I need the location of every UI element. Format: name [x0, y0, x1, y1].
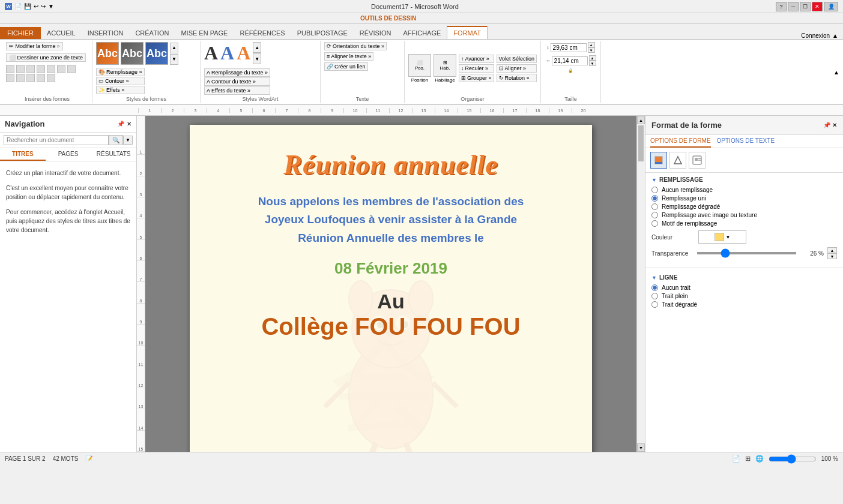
nav-pin-btn[interactable]: 📌: [117, 121, 124, 127]
aligner-btn[interactable]: ⊡ Aligner »: [497, 64, 537, 73]
position-btn[interactable]: ⬜Pos.: [408, 54, 431, 77]
effets-texte-btn[interactable]: A Effets du texte »: [204, 86, 270, 95]
tab-mep[interactable]: MISE EN PAGE: [175, 27, 234, 39]
nav-search-input[interactable]: [4, 135, 109, 145]
option-trait-plein[interactable]: Trait plein: [651, 293, 837, 299]
shape-tool-7[interactable]: [67, 65, 76, 73]
shape-tool-1[interactable]: [6, 65, 14, 73]
width-down[interactable]: ▼: [589, 61, 596, 66]
option-aucun-remplissage[interactable]: Aucun remplissage: [651, 187, 837, 193]
shape-tool-9[interactable]: [16, 74, 25, 82]
tab-fichier[interactable]: FICHIER: [0, 27, 41, 39]
habillage-btn[interactable]: ⊞Hab.: [434, 54, 456, 77]
dessiner-zone-btn[interactable]: ⬜ Dessiner une zone de texte: [6, 53, 86, 62]
tab-refs[interactable]: RÉFÉRENCES: [234, 27, 291, 39]
nav-tab-resultats[interactable]: RÉSULTATS: [91, 148, 136, 161]
scroll-down-btn[interactable]: ▼: [637, 443, 645, 452]
styles-formes-down[interactable]: ▼: [170, 54, 178, 65]
option-remplissage-uni[interactable]: Remplissage uni: [651, 195, 837, 202]
shape-tool-3[interactable]: [26, 65, 35, 73]
radio-image[interactable]: [651, 212, 658, 218]
shape-tool-2[interactable]: [16, 65, 25, 73]
radio-uni[interactable]: [651, 195, 658, 202]
tab-affichage[interactable]: AFFICHAGE: [397, 27, 447, 39]
shape-tool-6[interactable]: [57, 65, 65, 73]
radio-aucun-trait[interactable]: [651, 284, 658, 291]
orientation-texte-btn[interactable]: ⟳ Orientation du texte »: [324, 42, 387, 50]
minimize-button[interactable]: ─: [788, 2, 799, 11]
shape-tool-11[interactable]: [37, 74, 45, 82]
abc-btn-1[interactable]: Abc: [96, 42, 119, 65]
zoom-slider[interactable]: [769, 456, 817, 462]
couleur-btn[interactable]: ▼: [698, 230, 746, 244]
help-button[interactable]: ?: [776, 2, 787, 11]
option-trait-degrade[interactable]: Trait dégradé: [651, 301, 837, 308]
format-tab-texte[interactable]: OPTIONS DE TEXTE: [717, 137, 775, 148]
height-input[interactable]: [551, 43, 587, 52]
creer-lien-btn[interactable]: 🔗 Créer un lien: [324, 62, 368, 71]
format-close-btn[interactable]: ✕: [832, 122, 837, 128]
format-tab-forme[interactable]: OPTIONS DE FORME: [650, 137, 711, 148]
wordart-up[interactable]: ▲: [253, 42, 261, 53]
radio-aucun[interactable]: [651, 187, 658, 193]
vert-scrollbar[interactable]: ▲ ▼: [636, 116, 645, 452]
nav-search-options-btn[interactable]: ▼: [123, 136, 133, 145]
tab-format[interactable]: FORMAT: [447, 26, 488, 39]
restore-button[interactable]: ☐: [800, 2, 811, 11]
radio-trait-plein[interactable]: [651, 293, 658, 299]
option-aucun-trait[interactable]: Aucun trait: [651, 284, 837, 291]
transparence-up[interactable]: ▲: [827, 247, 837, 253]
width-input[interactable]: [552, 56, 588, 65]
grouper-btn[interactable]: ⊞ Grouper »: [459, 74, 494, 82]
view-web-btn[interactable]: 🌐: [755, 455, 764, 463]
abc-btn-2[interactable]: Abc: [121, 42, 144, 65]
shape-tool-4[interactable]: [37, 65, 45, 73]
view-print-btn[interactable]: 📄: [732, 455, 740, 463]
tab-accueil[interactable]: ACCUEIL: [41, 27, 82, 39]
remplissage-texte-btn[interactable]: A Remplissage du texte »: [204, 68, 270, 77]
scroll-thumb[interactable]: [638, 125, 644, 161]
volet-selection-btn[interactable]: Volet Sélection: [497, 55, 537, 63]
tab-insertion[interactable]: INSERTION: [82, 27, 130, 39]
rotation-btn[interactable]: ↻ Rotation »: [497, 74, 537, 82]
nav-tab-pages[interactable]: PAGES: [46, 148, 91, 161]
nav-search-button[interactable]: 🔍: [109, 135, 123, 145]
tab-creation[interactable]: CRÉATION: [129, 27, 175, 39]
shape-tool-5[interactable]: [47, 65, 55, 73]
tab-publi[interactable]: PUBLIPOSTAGE: [291, 27, 354, 39]
tab-revision[interactable]: RÉVISION: [354, 27, 397, 39]
close-button[interactable]: ✕: [812, 2, 823, 11]
format-pin-btn[interactable]: 📌: [823, 122, 830, 128]
radio-motif[interactable]: [651, 220, 658, 227]
shape-tool-12[interactable]: [47, 74, 55, 82]
height-down[interactable]: ▼: [588, 47, 595, 53]
remplissage-forme-btn[interactable]: 🎨 Remplissage »: [96, 68, 145, 76]
nav-close-btn[interactable]: ✕: [127, 121, 131, 127]
option-motif[interactable]: Motif de remplissage: [651, 220, 837, 227]
view-layout-btn[interactable]: ⊞: [745, 455, 751, 463]
doc-area[interactable]: 会 Réunion annuelle Nous appelons les mem…: [145, 116, 636, 452]
remplissage-header[interactable]: ▼ REMPLISSAGE: [651, 176, 837, 183]
format-icon-shape[interactable]: [669, 152, 686, 169]
effets-forme-btn[interactable]: ✨ Effets »: [96, 86, 145, 94]
transparence-down[interactable]: ▼: [827, 253, 837, 259]
ribbon-expand-btn[interactable]: ▲: [833, 69, 839, 76]
option-remplissage-degrade[interactable]: Remplissage dégradé: [651, 203, 837, 210]
abc-btn-3[interactable]: Abc: [145, 42, 168, 65]
expand-ribbon-btn[interactable]: ▲: [832, 32, 838, 39]
ligne-header[interactable]: ▼ LIGNE: [651, 274, 837, 281]
format-icon-layout[interactable]: [689, 152, 706, 169]
reculer-btn[interactable]: ↓ Reculer »: [459, 64, 494, 73]
contour-forme-btn[interactable]: ▭ Contour »: [96, 77, 145, 85]
radio-degrade[interactable]: [651, 203, 658, 210]
user-button[interactable]: 👤: [824, 2, 838, 11]
contour-texte-btn[interactable]: A Contour du texte »: [204, 77, 270, 86]
avancer-btn[interactable]: ↑ Avancer »: [459, 55, 494, 63]
option-remplissage-image[interactable]: Remplissage avec image ou texture: [651, 212, 837, 218]
nav-tab-titres[interactable]: TITRES: [0, 148, 46, 161]
shape-tool-10[interactable]: [26, 74, 35, 82]
scroll-up-btn[interactable]: ▲: [637, 116, 645, 124]
aligner-texte-btn[interactable]: ≡ Aligner le texte »: [324, 52, 373, 61]
transparence-slider[interactable]: [697, 252, 796, 254]
height-up[interactable]: ▲: [588, 42, 595, 47]
